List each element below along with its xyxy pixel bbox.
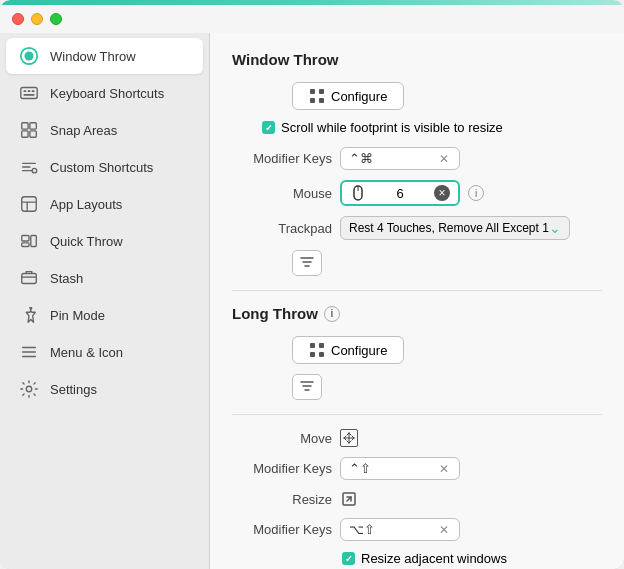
trackpad-label: Trackpad bbox=[232, 221, 332, 236]
close-button[interactable] bbox=[12, 13, 24, 25]
long-throw-divider bbox=[232, 414, 602, 415]
sidebar-label-settings: Settings bbox=[50, 382, 97, 397]
sidebar-item-keyboard-shortcuts[interactable]: Keyboard Shortcuts bbox=[6, 75, 203, 111]
sidebar-item-stash[interactable]: Stash bbox=[6, 260, 203, 296]
svg-rect-12 bbox=[22, 197, 37, 212]
svg-rect-10 bbox=[30, 131, 36, 137]
content-panel: Window Throw Configure Scroll while foot… bbox=[210, 33, 624, 569]
move-modifier-value: ⌃⇧ bbox=[349, 461, 371, 476]
filter-button[interactable] bbox=[292, 250, 322, 276]
scroll-checkbox-row: Scroll while footprint is visible to res… bbox=[262, 120, 602, 135]
scroll-label: Scroll while footprint is visible to res… bbox=[281, 120, 503, 135]
resize-adjacent-checkbox[interactable] bbox=[342, 552, 355, 565]
mouse-row: Mouse 6 i bbox=[232, 180, 602, 206]
resize-row: Resize bbox=[232, 490, 602, 508]
svg-rect-14 bbox=[22, 243, 29, 247]
svg-rect-3 bbox=[24, 90, 27, 92]
snap-areas-icon bbox=[18, 119, 40, 141]
svg-rect-23 bbox=[310, 343, 315, 348]
move-arrows-icon bbox=[343, 432, 355, 444]
maximize-button[interactable] bbox=[50, 13, 62, 25]
long-throw-configure-label: Configure bbox=[331, 343, 387, 358]
configure-grid-icon bbox=[309, 88, 325, 104]
window-controls bbox=[0, 5, 624, 33]
section-divider bbox=[232, 290, 602, 291]
stash-icon bbox=[18, 267, 40, 289]
svg-rect-26 bbox=[319, 352, 324, 357]
resize-adjacent-row: Resize adjacent windows bbox=[342, 551, 602, 566]
mouse-clear-button[interactable] bbox=[434, 185, 450, 201]
sidebar-label-keyboard: Keyboard Shortcuts bbox=[50, 86, 164, 101]
sidebar-label-menu-icon: Menu & Icon bbox=[50, 345, 123, 360]
settings-icon bbox=[18, 378, 40, 400]
trackpad-select[interactable]: Rest 4 Touches, Remove All Except 1 ⌄ bbox=[340, 216, 570, 240]
sidebar-item-quick-throw[interactable]: Quick Throw bbox=[6, 223, 203, 259]
sidebar-label-stash: Stash bbox=[50, 271, 83, 286]
svg-rect-5 bbox=[32, 90, 35, 92]
svg-point-17 bbox=[26, 386, 31, 391]
menu-icon-icon bbox=[18, 341, 40, 363]
long-throw-title: Long Throw i bbox=[232, 305, 602, 322]
resize-modifier-row: Modifier Keys ⌥⇧ ✕ bbox=[232, 518, 602, 541]
sidebar-item-pin-mode[interactable]: Pin Mode bbox=[6, 297, 203, 333]
long-throw-filter-icon bbox=[300, 381, 314, 393]
svg-rect-2 bbox=[21, 88, 37, 99]
resize-adjacent-label: Resize adjacent windows bbox=[361, 551, 507, 566]
configure-button[interactable]: Configure bbox=[292, 82, 404, 110]
filter-icon bbox=[300, 257, 314, 269]
svg-point-1 bbox=[24, 51, 33, 60]
sidebar: Window Throw Keyboard Shortcuts bbox=[0, 33, 210, 569]
app-layouts-icon bbox=[18, 193, 40, 215]
sidebar-item-menu-icon[interactable]: Menu & Icon bbox=[6, 334, 203, 370]
modifier-keys-row: Modifier Keys ⌃⌘ ✕ bbox=[232, 147, 602, 170]
svg-rect-6 bbox=[24, 94, 35, 96]
long-throw-filter-button[interactable] bbox=[292, 374, 322, 400]
svg-rect-25 bbox=[310, 352, 315, 357]
configure-label: Configure bbox=[331, 89, 387, 104]
quick-throw-icon bbox=[18, 230, 40, 252]
modifier-keys-field[interactable]: ⌃⌘ ✕ bbox=[340, 147, 460, 170]
svg-rect-18 bbox=[310, 89, 315, 94]
resize-icon bbox=[340, 490, 358, 508]
svg-rect-20 bbox=[310, 98, 315, 103]
move-modifier-clear[interactable]: ✕ bbox=[437, 462, 451, 476]
resize-modifier-clear[interactable]: ✕ bbox=[437, 523, 451, 537]
resize-arrows-icon bbox=[341, 491, 357, 507]
scroll-checkbox[interactable] bbox=[262, 121, 275, 134]
sidebar-label-custom: Custom Shortcuts bbox=[50, 160, 153, 175]
sidebar-item-settings[interactable]: Settings bbox=[6, 371, 203, 407]
trackpad-arrow-icon: ⌄ bbox=[549, 220, 561, 236]
modifier-keys-clear[interactable]: ✕ bbox=[437, 152, 451, 166]
svg-rect-16 bbox=[22, 273, 37, 283]
sidebar-label-pin-mode: Pin Mode bbox=[50, 308, 105, 323]
resize-modifier-value: ⌥⇧ bbox=[349, 522, 375, 537]
keyboard-shortcuts-icon bbox=[18, 82, 40, 104]
mouse-icon bbox=[350, 185, 366, 201]
move-modifier-row: Modifier Keys ⌃⇧ ✕ bbox=[232, 457, 602, 480]
move-icon bbox=[340, 429, 358, 447]
mouse-info-icon[interactable]: i bbox=[468, 185, 484, 201]
move-modifier-field[interactable]: ⌃⇧ ✕ bbox=[340, 457, 460, 480]
resize-modifier-label: Modifier Keys bbox=[232, 522, 332, 537]
svg-rect-7 bbox=[22, 123, 28, 129]
resize-modifier-field[interactable]: ⌥⇧ ✕ bbox=[340, 518, 460, 541]
sidebar-item-window-throw[interactable]: Window Throw bbox=[6, 38, 203, 74]
custom-shortcuts-icon bbox=[18, 156, 40, 178]
long-throw-configure-button[interactable]: Configure bbox=[292, 336, 404, 364]
sidebar-item-snap-areas[interactable]: Snap Areas bbox=[6, 112, 203, 148]
mouse-label: Mouse bbox=[232, 186, 332, 201]
window-throw-section-title: Window Throw bbox=[232, 51, 602, 68]
modifier-keys-value: ⌃⌘ bbox=[349, 151, 373, 166]
window-throw-icon bbox=[18, 45, 40, 67]
long-throw-info-icon[interactable]: i bbox=[324, 306, 340, 322]
sidebar-item-app-layouts[interactable]: App Layouts bbox=[6, 186, 203, 222]
sidebar-item-custom-shortcuts[interactable]: Custom Shortcuts bbox=[6, 149, 203, 185]
minimize-button[interactable] bbox=[31, 13, 43, 25]
svg-rect-15 bbox=[31, 236, 36, 247]
move-label: Move bbox=[232, 431, 332, 446]
svg-rect-19 bbox=[319, 89, 324, 94]
pin-mode-icon bbox=[18, 304, 40, 326]
svg-rect-13 bbox=[22, 236, 29, 241]
long-throw-label: Long Throw bbox=[232, 305, 318, 322]
mouse-field[interactable]: 6 bbox=[340, 180, 460, 206]
